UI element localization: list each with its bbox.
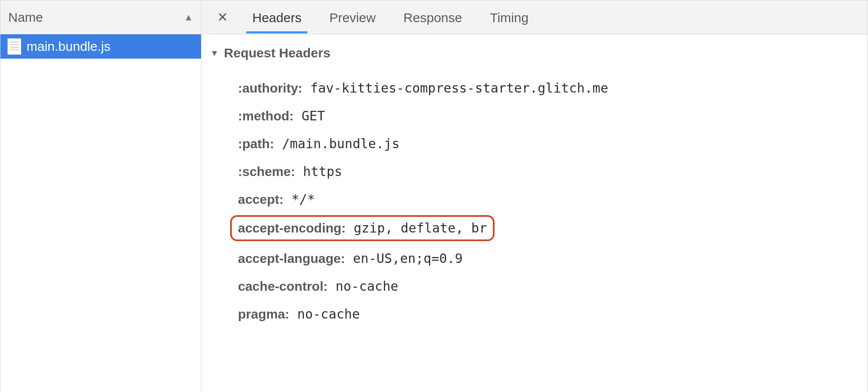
- header-row: accept: */*: [238, 187, 859, 212]
- header-value: no-cache: [289, 306, 360, 322]
- sort-ascending-icon: ▲: [184, 12, 193, 23]
- detail-tabs-bar: ✕ Headers Preview Response Timing: [201, 0, 868, 34]
- header-name: :authority:: [238, 80, 302, 96]
- header-value: GET: [294, 108, 325, 124]
- header-value: en-US,en;q=0.9: [345, 251, 463, 266]
- header-name: accept-encoding:: [238, 220, 346, 236]
- request-row[interactable]: main.bundle.js: [0, 34, 201, 59]
- devtools-network-panel: Name ▲ main.bundle.js ✕ Headers Preview …: [0, 0, 868, 392]
- request-headers-section-toggle[interactable]: ▼ Request Headers: [210, 46, 859, 60]
- tab-preview[interactable]: Preview: [323, 2, 382, 33]
- header-value: gzip, deflate, br: [346, 220, 487, 236]
- header-value: /main.bundle.js: [274, 136, 399, 152]
- header-row: :scheme: https: [238, 159, 859, 184]
- header-row: :authority: fav-kitties-compress-starter…: [238, 76, 859, 100]
- header-value: fav-kitties-compress-starter.glitch.me: [302, 80, 608, 96]
- header-value: https: [295, 164, 342, 179]
- network-requests-sidebar: Name ▲ main.bundle.js: [0, 0, 201, 392]
- request-headers-list: :authority: fav-kitties-compress-starter…: [210, 76, 859, 326]
- tab-headers[interactable]: Headers: [246, 2, 307, 33]
- sidebar-column-header[interactable]: Name ▲: [0, 0, 201, 34]
- request-file-list: main.bundle.js: [0, 34, 201, 392]
- column-name-label: Name: [8, 10, 43, 25]
- header-row-highlighted: accept-encoding: gzip, deflate, br: [230, 215, 495, 241]
- close-icon[interactable]: ✕: [215, 8, 231, 27]
- disclosure-triangle-down-icon: ▼: [210, 48, 219, 58]
- header-row: pragma: no-cache: [238, 302, 859, 326]
- header-name: :scheme:: [238, 164, 295, 179]
- header-name: cache-control:: [238, 279, 328, 294]
- header-name: accept-language:: [238, 251, 345, 266]
- request-file-name: main.bundle.js: [26, 39, 110, 54]
- section-title: Request Headers: [224, 46, 330, 60]
- tab-response[interactable]: Response: [397, 2, 468, 33]
- header-row: :method: GET: [238, 104, 859, 128]
- header-name: :method:: [238, 108, 294, 124]
- detail-body: ▼ Request Headers :authority: fav-kittie…: [201, 34, 868, 392]
- request-detail-panel: ✕ Headers Preview Response Timing ▼ Requ…: [201, 0, 868, 392]
- file-icon: [7, 38, 21, 55]
- header-row: :path: /main.bundle.js: [238, 132, 859, 156]
- header-value: */*: [284, 192, 315, 207]
- header-name: pragma:: [238, 306, 289, 322]
- header-value: no-cache: [328, 279, 399, 294]
- header-name: :path:: [238, 136, 274, 152]
- tab-timing[interactable]: Timing: [484, 2, 535, 33]
- header-row: cache-control: no-cache: [238, 274, 859, 299]
- header-row: accept-language: en-US,en;q=0.9: [238, 246, 859, 271]
- header-name: accept:: [238, 192, 284, 207]
